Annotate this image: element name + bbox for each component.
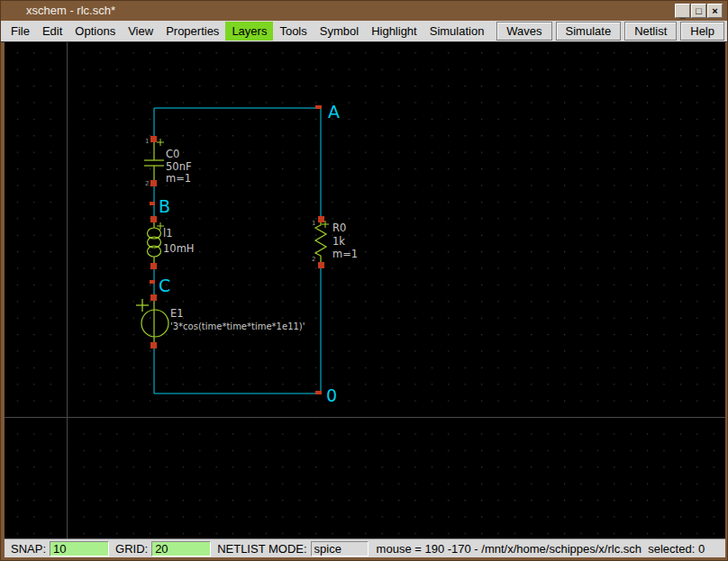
netlist-mode-input[interactable] (311, 541, 369, 556)
inductor-value: 10mH (163, 242, 194, 255)
menubar: File Edit Options View Properties Layers… (1, 21, 728, 42)
resistor-pin2-number: 2 (312, 256, 315, 263)
net-label-a[interactable]: A (328, 102, 340, 122)
inductor-ref: l1 (163, 227, 173, 240)
menu-file[interactable]: File (5, 22, 36, 41)
grid-label: GRID: (115, 542, 148, 556)
close-icon: × (712, 6, 717, 16)
netlist-mode-label: NETLIST MODE: (217, 542, 306, 556)
mouse-status-text: mouse = 190 -170 - /mnt/x/home/schippes/… (377, 542, 705, 556)
menu-simulation[interactable]: Simulation (423, 22, 491, 41)
net-label-c[interactable]: C (159, 276, 170, 295)
source-ref: E1 (170, 307, 184, 320)
snap-input[interactable] (50, 541, 109, 556)
menu-layers[interactable]: Layers (225, 22, 273, 41)
menu-highlight[interactable]: Highlight (365, 22, 423, 41)
menu-edit[interactable]: Edit (36, 22, 68, 41)
window-title: xschem - rlc.sch* (26, 1, 115, 21)
resistor-pin1-number: 1 (312, 220, 315, 227)
schematic-canvas[interactable]: C0 50nF m=1 1 2 l1 10mH (5, 42, 725, 538)
menu-properties[interactable]: Properties (159, 22, 225, 41)
resistor-value: 1k (332, 235, 345, 248)
menu-tools[interactable]: Tools (273, 22, 313, 41)
grid-dots (5, 42, 725, 538)
minimize-button[interactable]: _ (675, 4, 690, 18)
close-button[interactable]: × (707, 4, 723, 18)
capacitor-value: 50nF (166, 160, 192, 173)
window-controls: _ □ × (675, 4, 723, 18)
snap-label: SNAP: (11, 542, 46, 556)
capacitor-param: m=1 (166, 172, 191, 185)
xschem-window: xschem - rlc.sch* _ □ × File Edit Option… (0, 0, 728, 561)
netlist-button[interactable]: Netlist (624, 22, 677, 41)
maximize-button[interactable]: □ (691, 4, 706, 18)
minimize-icon: _ (679, 9, 685, 19)
source-value: '3*cos(time*time*time*1e11)' (170, 321, 305, 331)
capacitor-ref: C0 (166, 148, 179, 160)
capacitor-pin1-number: 1 (145, 138, 149, 145)
titlebar[interactable]: xschem - rlc.sch* _ □ × (1, 1, 727, 21)
help-button[interactable]: Help (680, 22, 724, 41)
statusbar: SNAP: GRID: NETLIST MODE: mouse = 190 -1… (5, 538, 725, 557)
menu-view[interactable]: View (122, 22, 159, 41)
resistor-ref: R0 (332, 222, 346, 234)
menu-options[interactable]: Options (68, 22, 122, 41)
resistor-param: m=1 (332, 248, 358, 260)
net-label-b[interactable]: B (159, 196, 170, 216)
grid-input[interactable] (151, 541, 211, 556)
capacitor-pin2-number: 2 (145, 180, 149, 187)
toolbar-buttons: Waves Simulate Netlist Help (496, 22, 728, 41)
waves-button[interactable]: Waves (496, 22, 551, 41)
maximize-icon: □ (696, 6, 702, 16)
menu-symbol[interactable]: Symbol (314, 22, 365, 41)
simulate-button[interactable]: Simulate (556, 22, 622, 41)
net-label-gnd[interactable]: 0 (326, 385, 337, 405)
